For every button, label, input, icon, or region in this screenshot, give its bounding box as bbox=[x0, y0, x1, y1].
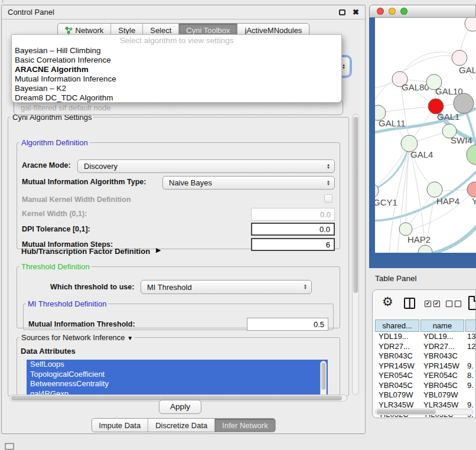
collapsed-arrow-icon[interactable]: ▶ bbox=[156, 246, 161, 254]
close-traffic-light-icon[interactable] bbox=[377, 8, 384, 15]
node-label: SWI4 bbox=[451, 135, 472, 145]
deselect-all-icon[interactable] bbox=[446, 301, 461, 307]
scrollbar-thumb[interactable] bbox=[321, 363, 325, 390]
aracne-mode-combo[interactable]: Discovery ▲▼ bbox=[77, 159, 335, 173]
network-node[interactable] bbox=[454, 93, 474, 113]
network-graph[interactable]: GALGAL80GAL10GAL1GAL11SWI4GAL4YHAP4GCY1H… bbox=[375, 18, 476, 253]
zoom-traffic-light-icon[interactable] bbox=[400, 8, 407, 15]
dropdown-item-list: Bayesian – Hill ClimbingBasic Correlatio… bbox=[12, 46, 341, 103]
mi-threshold-label: Mutual Information Threshold: bbox=[28, 320, 135, 328]
mi-type-combo[interactable]: Naive Bayes ▲▼ bbox=[162, 176, 335, 190]
network-node[interactable] bbox=[467, 145, 476, 165]
network-edge[interactable] bbox=[378, 106, 435, 113]
table-row[interactable]: YDR27...YDR27...12 bbox=[375, 342, 476, 352]
cyni-algorithm-settings-group: Cyni Algorithm Settings Algorithm Defini… bbox=[8, 113, 349, 396]
file-icon[interactable] bbox=[468, 296, 476, 310]
table-cell: YBL079W bbox=[420, 390, 464, 400]
stepper-icon: ▲▼ bbox=[304, 284, 307, 290]
network-node-gcy1[interactable] bbox=[375, 184, 379, 198]
node-label: GAL bbox=[459, 65, 476, 75]
mi-threshold-field[interactable] bbox=[247, 318, 328, 331]
tab-impute-data[interactable]: Impute Data bbox=[92, 419, 148, 432]
table-cell: YBR045C bbox=[375, 381, 420, 391]
table-row[interactable]: YPR145WYPR145W9. bbox=[375, 361, 476, 371]
node-label: HAP2 bbox=[407, 234, 431, 244]
network-canvas[interactable]: GALGAL80GAL10GAL1GAL11SWI4GAL4YHAP4GCY1H… bbox=[375, 18, 476, 253]
network-node-gal[interactable] bbox=[452, 50, 467, 66]
scrollbar-thumb[interactable] bbox=[377, 410, 436, 414]
dpi-tolerance-field[interactable] bbox=[251, 223, 335, 236]
tab-label: jActiveMNodules bbox=[245, 26, 302, 35]
sources-title: Sources for Network Inference ▼ bbox=[19, 333, 135, 342]
minimized-panel-icon[interactable] bbox=[5, 443, 14, 450]
table-cell: YER054C bbox=[420, 371, 464, 381]
network-edge-highlighted[interactable] bbox=[425, 221, 476, 253]
close-icon[interactable]: ✖ bbox=[353, 9, 359, 15]
which-threshold-label: Which threshold to use: bbox=[50, 283, 134, 291]
attribute-list-item-selected[interactable]: BetweennessCentrality bbox=[27, 379, 328, 389]
aracne-mode-label: Aracne Mode: bbox=[22, 161, 71, 169]
tab-label: Select bbox=[150, 26, 171, 35]
table-cell: YER054C bbox=[375, 371, 420, 381]
network-edge-highlighted[interactable] bbox=[375, 169, 476, 221]
table-cell: 9. bbox=[464, 381, 476, 391]
table-row[interactable]: YDL19...YDL19...13 bbox=[375, 332, 476, 342]
kernel-width-field[interactable] bbox=[251, 208, 335, 221]
network-node[interactable] bbox=[418, 245, 432, 253]
expanded-arrow-icon[interactable]: ▼ bbox=[127, 335, 133, 341]
select-all-icon[interactable]: ✔✔ bbox=[425, 301, 440, 307]
network-node-hap4[interactable] bbox=[427, 182, 442, 197]
tab-discretize-data[interactable]: Discretize Data bbox=[148, 419, 215, 432]
which-threshold-combo[interactable]: MI Threshold ▲▼ bbox=[141, 280, 312, 294]
column-header-shared-[interactable]: shared... bbox=[375, 319, 419, 332]
network-node-hap2[interactable] bbox=[399, 223, 412, 236]
table-header-row: shared...nameA bbox=[375, 319, 476, 332]
attribute-list-item-selected[interactable]: TopologicalCoefficient bbox=[27, 370, 328, 380]
node-table: shared...nameA YDL19...YDL19...13YDR27..… bbox=[375, 319, 476, 418]
table-cell: YPR145W bbox=[420, 361, 464, 371]
settings-vertical-scrollbar[interactable] bbox=[352, 114, 359, 395]
threshold-definition-title: Threshold Definition bbox=[19, 262, 92, 271]
column-header-name[interactable]: name bbox=[420, 319, 464, 332]
minimize-traffic-light-icon[interactable] bbox=[389, 8, 396, 15]
stepper-icon: ▲▼ bbox=[342, 64, 345, 70]
network-icon bbox=[65, 27, 73, 34]
node-label: HAP4 bbox=[436, 196, 459, 206]
manual-kernel-checkbox[interactable] bbox=[324, 194, 332, 203]
tab-label: Style bbox=[118, 26, 135, 35]
algorithm-option[interactable]: ARACNE Algorithm bbox=[12, 65, 341, 74]
network-edge[interactable] bbox=[400, 52, 459, 79]
network-edge[interactable] bbox=[375, 148, 407, 191]
mi-steps-field[interactable] bbox=[251, 238, 335, 251]
tab-infer-network[interactable]: Infer Network bbox=[215, 419, 275, 432]
algorithm-option[interactable]: Bayesian – K2 bbox=[12, 84, 341, 93]
network-window-titlebar[interactable] bbox=[369, 5, 476, 18]
scrollbar-thumb[interactable] bbox=[353, 117, 358, 293]
algorithm-definition-title: Algorithm Definition bbox=[19, 138, 90, 147]
algorithm-option[interactable]: Bayesian – Hill Climbing bbox=[12, 46, 341, 56]
table-panel-title: Table Panel bbox=[375, 274, 417, 283]
data-attributes-label: Data Attributes bbox=[21, 347, 76, 356]
table-row[interactable]: YBL079WYBL079W bbox=[375, 390, 476, 400]
table-row[interactable]: YBR045CYBR045C9. bbox=[375, 381, 476, 391]
network-node[interactable] bbox=[465, 18, 476, 31]
apply-button[interactable]: Apply bbox=[159, 400, 201, 414]
attributes-scrollbar[interactable] bbox=[320, 361, 327, 399]
algorithm-option[interactable]: Basic Correlation Inference bbox=[12, 56, 341, 65]
column-header-a[interactable]: A bbox=[465, 319, 476, 332]
data-attributes-list[interactable]: SelfLoopsTopologicalCoefficientBetweenne… bbox=[27, 360, 328, 399]
float-icon[interactable] bbox=[339, 9, 345, 15]
table-cell: YDR27... bbox=[375, 342, 420, 352]
table-horizontal-scrollbar[interactable] bbox=[375, 409, 474, 415]
node-label: GAL11 bbox=[379, 118, 406, 128]
algorithm-option[interactable]: Mutual Information Inference bbox=[12, 74, 341, 84]
algorithm-option[interactable]: Dream8 DC_TDC Algorithm bbox=[12, 93, 341, 103]
dpi-tolerance-label: DPI Tolerance [0,1]: bbox=[22, 225, 90, 233]
which-threshold-value: MI Threshold bbox=[147, 283, 192, 292]
gear-icon[interactable]: ⚙ bbox=[382, 295, 393, 309]
table-row[interactable]: YER054CYER054C8. bbox=[375, 371, 476, 381]
table-row[interactable]: YBR043CYBR043C bbox=[375, 351, 476, 361]
attribute-list-item-selected[interactable]: SelfLoops bbox=[27, 360, 328, 370]
network-node-y[interactable] bbox=[467, 182, 476, 197]
columns-icon[interactable] bbox=[404, 298, 415, 309]
